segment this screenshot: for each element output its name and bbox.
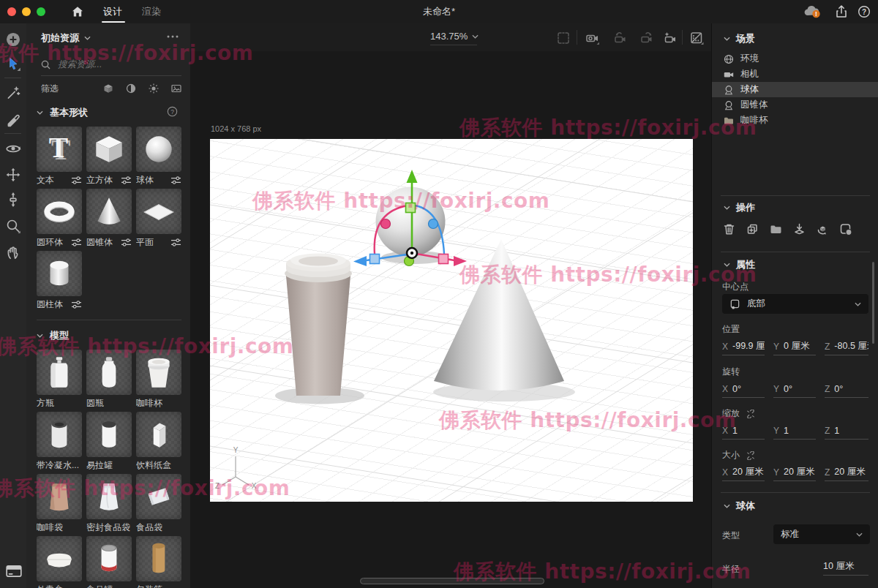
- gizmo-scale-handle-x[interactable]: [370, 255, 380, 264]
- toggle-panel-icon[interactable]: [5, 563, 21, 579]
- tab-design[interactable]: 设计: [103, 0, 122, 23]
- basic-shapes-section-header[interactable]: 基本形状: [37, 106, 88, 119]
- position-z-field[interactable]: Z-80.5 厘米: [825, 338, 868, 355]
- unlink-icon[interactable]: [746, 451, 756, 460]
- materials-filter-icon[interactable]: [126, 83, 136, 94]
- pan-camera-tool[interactable]: [5, 167, 21, 183]
- size-y-field[interactable]: Y20 厘米: [773, 464, 816, 481]
- images-filter-icon[interactable]: [171, 83, 181, 94]
- asset-tile[interactable]: 文本: [37, 127, 82, 189]
- more-options-icon[interactable]: [167, 35, 179, 38]
- scale-y-field[interactable]: Y1: [773, 422, 816, 440]
- orbit-tool[interactable]: [5, 140, 21, 157]
- help-icon[interactable]: ?: [858, 5, 871, 18]
- assets-panel-header[interactable]: 初始资源: [41, 31, 91, 45]
- design-canvas[interactable]: Y Z X: [210, 139, 693, 502]
- horizontal-scrollbar[interactable]: [360, 578, 544, 584]
- size-x-field[interactable]: X20 厘米: [722, 464, 765, 481]
- adjust-sliders-icon[interactable]: [170, 176, 181, 185]
- asset-tile[interactable]: 带冷凝水...: [37, 412, 82, 474]
- camera-redo-icon[interactable]: [639, 31, 654, 45]
- scale-x-field[interactable]: X1: [722, 422, 765, 440]
- scene-item[interactable]: 相机: [712, 67, 878, 82]
- scene-item[interactable]: 咖啡杯: [712, 113, 878, 128]
- camera-bookmark-icon[interactable]: [585, 31, 600, 45]
- gizmo-rotate-handle-x[interactable]: [381, 219, 391, 229]
- asset-tile[interactable]: 球体: [136, 127, 181, 189]
- asset-tile[interactable]: 圆柱体: [37, 251, 82, 313]
- gizmo-arrow-x[interactable]: [353, 256, 367, 266]
- adjust-sliders-icon[interactable]: [170, 238, 181, 247]
- rotate-reset-icon[interactable]: [816, 222, 830, 236]
- canvas-preview-icon[interactable]: [689, 31, 704, 45]
- asset-tile[interactable]: 平面: [136, 189, 181, 251]
- center-point-dropdown[interactable]: 底部: [722, 294, 868, 314]
- asset-tile[interactable]: 包装筒: [136, 536, 181, 588]
- asset-tile[interactable]: 咖啡杯: [136, 350, 181, 412]
- rotation-y-field[interactable]: Y0°: [773, 380, 816, 398]
- zoom-control[interactable]: 143.75%: [430, 31, 479, 42]
- coffee-cup-object[interactable]: [275, 254, 364, 404]
- camera-bookmark-add-icon[interactable]: [663, 31, 678, 45]
- magic-wand-tool[interactable]: [5, 85, 21, 101]
- asset-tile[interactable]: 饮料纸盒: [136, 412, 181, 474]
- scene-item[interactable]: 球体: [712, 82, 878, 97]
- search-input[interactable]: [56, 59, 176, 70]
- camera-undo-icon[interactable]: [613, 31, 628, 45]
- asset-tile[interactable]: 立方体: [86, 127, 132, 189]
- asset-tile[interactable]: 密封食品袋: [86, 474, 132, 536]
- scale-z-field[interactable]: Z1: [825, 422, 868, 440]
- scene-item[interactable]: 圆锥体: [712, 97, 878, 113]
- gizmo-arrow-y[interactable]: [407, 170, 418, 183]
- position-y-field[interactable]: Y0 厘米: [773, 338, 816, 355]
- size-z-field[interactable]: Z20 厘米: [825, 464, 868, 481]
- dolly-tool[interactable]: [5, 192, 21, 208]
- actions-section-header[interactable]: 操作: [724, 201, 755, 214]
- adjust-sliders-icon[interactable]: [71, 238, 82, 247]
- add-content-tool[interactable]: [5, 31, 21, 48]
- asset-tile[interactable]: 食品罐: [86, 536, 132, 588]
- group-icon[interactable]: [769, 222, 783, 236]
- adjust-sliders-icon[interactable]: [121, 176, 132, 185]
- asset-tile[interactable]: 食品袋: [136, 474, 181, 536]
- duplicate-icon[interactable]: [746, 222, 759, 236]
- select-tool[interactable]: [5, 56, 21, 72]
- rotation-z-field[interactable]: Z0°: [825, 380, 868, 398]
- asset-tile[interactable]: 咖啡袋: [37, 474, 82, 536]
- asset-tile[interactable]: 易拉罐: [86, 412, 132, 474]
- adjust-sliders-icon[interactable]: [121, 238, 132, 247]
- zoom-tool[interactable]: [5, 218, 21, 234]
- delete-icon[interactable]: [722, 222, 736, 236]
- gizmo-arrow-z[interactable]: [454, 256, 467, 266]
- asset-tile[interactable]: 方瓶: [37, 350, 82, 412]
- asset-tile[interactable]: 外卖盒: [37, 536, 82, 588]
- models-section-header[interactable]: 模型: [37, 329, 69, 342]
- gizmo-scale-handle-z[interactable]: [439, 255, 449, 264]
- asset-tile[interactable]: 圆瓶: [86, 350, 132, 412]
- help-circle-icon[interactable]: ?: [167, 106, 178, 117]
- sphere-type-dropdown[interactable]: 标准: [773, 524, 870, 544]
- tab-render[interactable]: 渲染: [142, 0, 161, 23]
- adjust-sliders-icon[interactable]: [71, 300, 82, 309]
- scene-section-header[interactable]: 场景: [724, 32, 755, 45]
- cloud-sync-warning-icon[interactable]: !: [803, 4, 822, 19]
- rotation-x-field[interactable]: X0°: [722, 380, 765, 398]
- lights-filter-icon[interactable]: [149, 83, 159, 94]
- gizmo-scale-handle-y[interactable]: [406, 203, 416, 213]
- drop-to-ground-icon[interactable]: [792, 222, 806, 236]
- scene-item[interactable]: 环境: [712, 51, 878, 67]
- adjust-sliders-icon[interactable]: [71, 176, 82, 185]
- sphere-radius-field[interactable]: 10 厘米: [823, 558, 868, 576]
- position-x-field[interactable]: X-99.9 厘米: [722, 338, 765, 355]
- properties-section-header[interactable]: 属性: [724, 258, 755, 271]
- gizmo-rotate-handle-z[interactable]: [429, 219, 438, 229]
- sample-eyedropper-tool[interactable]: [5, 111, 21, 127]
- unlink-icon[interactable]: [746, 410, 756, 418]
- material-icon[interactable]: [839, 222, 853, 236]
- share-icon[interactable]: [834, 4, 849, 19]
- hand-tool[interactable]: [5, 244, 21, 260]
- inspector-scrollbar[interactable]: [872, 262, 874, 344]
- models-filter-icon[interactable]: [103, 83, 113, 94]
- asset-tile[interactable]: 圆环体: [37, 189, 82, 251]
- asset-tile[interactable]: 圆锥体: [86, 189, 132, 251]
